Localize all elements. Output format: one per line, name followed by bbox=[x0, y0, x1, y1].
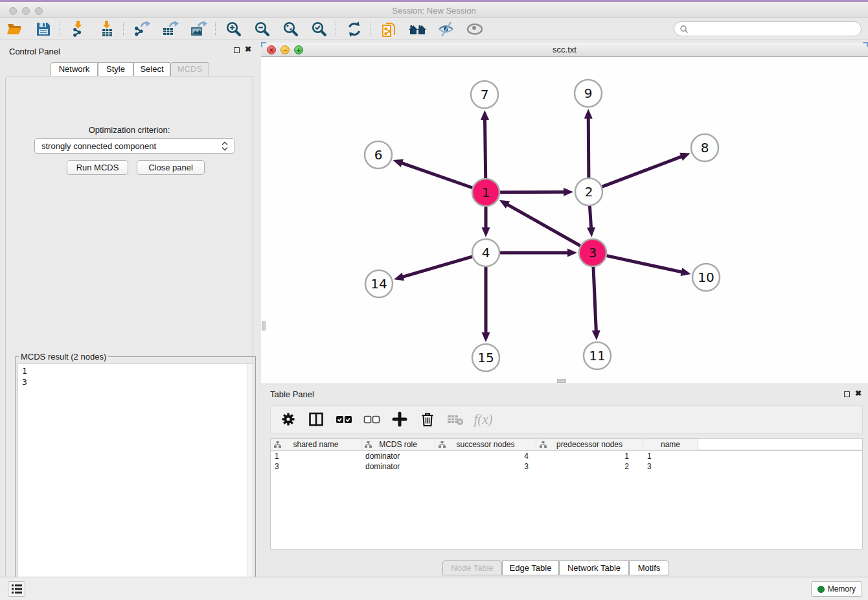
tab-mcds[interactable]: MCDS bbox=[170, 62, 209, 76]
toolbar-separator bbox=[60, 22, 60, 36]
memory-button[interactable]: Memory bbox=[811, 581, 862, 597]
table-cell: 3 bbox=[435, 461, 536, 472]
graph-node-label: 10 bbox=[698, 270, 714, 285]
list-icon bbox=[11, 584, 23, 594]
add-column-icon[interactable] bbox=[391, 411, 408, 428]
settings-icon[interactable] bbox=[280, 411, 297, 428]
column-header-name[interactable]: name bbox=[643, 439, 698, 450]
copy-network-icon[interactable] bbox=[380, 21, 399, 38]
graph-edge-4-3[interactable] bbox=[500, 249, 577, 257]
delete-column-icon[interactable] bbox=[419, 411, 436, 428]
column-header-MCDS-role[interactable]: MCDS role bbox=[361, 439, 435, 450]
show-all-networks-icon[interactable] bbox=[408, 21, 428, 38]
graph-edge-3-11[interactable] bbox=[592, 267, 600, 340]
graph-node-label: 4 bbox=[482, 245, 490, 260]
open-session-icon[interactable] bbox=[5, 21, 25, 38]
graph-node-6[interactable]: 6 bbox=[365, 141, 392, 168]
graph-node-9[interactable]: 9 bbox=[575, 80, 602, 107]
graph-edge-1-4[interactable] bbox=[482, 207, 490, 237]
run-mcds-button[interactable]: Run MCDS bbox=[67, 160, 128, 175]
canvas-scroll-handle-horizontal[interactable] bbox=[557, 379, 566, 383]
tab-motifs[interactable]: Motifs bbox=[629, 560, 669, 575]
network-graph[interactable]: 7968124314101511 bbox=[261, 57, 868, 384]
graph-node-2[interactable]: 2 bbox=[575, 178, 602, 205]
close-panel-button[interactable]: Close panel bbox=[137, 160, 205, 175]
graph-edge-3-1[interactable] bbox=[499, 200, 580, 246]
import-table-icon[interactable] bbox=[97, 21, 117, 38]
tab-select[interactable]: Select bbox=[133, 62, 170, 76]
graph-node-label: 2 bbox=[585, 184, 593, 200]
tab-network-table[interactable]: Network Table bbox=[559, 560, 629, 575]
graph-node-10[interactable]: 10 bbox=[692, 264, 720, 291]
toolbar-separator bbox=[371, 22, 371, 36]
split-view-icon[interactable] bbox=[308, 411, 325, 428]
graph-node-3[interactable]: 3 bbox=[579, 239, 606, 266]
table-cell: 1 bbox=[643, 451, 698, 461]
zoom-fit-icon[interactable] bbox=[281, 21, 301, 38]
graph-node-15[interactable]: 15 bbox=[472, 344, 499, 371]
delete-table-icon bbox=[447, 411, 464, 428]
table-panel: Table Panel ✖ f(x) shared nameMCDS roles… bbox=[261, 384, 868, 577]
result-scrollbar[interactable] bbox=[247, 364, 253, 599]
graph-node-8[interactable]: 8 bbox=[691, 134, 718, 161]
export-image-icon[interactable] bbox=[189, 21, 209, 38]
import-network-icon[interactable] bbox=[69, 21, 88, 38]
graph-node-4[interactable]: 4 bbox=[472, 239, 499, 266]
control-panel-tabs: Network Style Select MCDS bbox=[51, 62, 210, 76]
graph-edge-4-15[interactable] bbox=[482, 267, 490, 342]
zoom-in-icon[interactable] bbox=[224, 21, 244, 38]
table-row[interactable]: 3dominator323 bbox=[271, 461, 862, 472]
canvas-scroll-handle-vertical[interactable] bbox=[262, 321, 266, 330]
dropdown-stepper-icon bbox=[222, 141, 228, 151]
control-panel-close-icon[interactable]: ✖ bbox=[245, 45, 251, 54]
graph-edge-2-8[interactable] bbox=[602, 153, 691, 187]
mcds-result-legend: MCDS result (2 nodes) bbox=[19, 352, 108, 362]
save-session-icon[interactable] bbox=[34, 21, 53, 38]
zoom-out-icon[interactable] bbox=[253, 21, 272, 38]
graph-edge-2-9[interactable] bbox=[584, 109, 593, 178]
graph-node-label: 9 bbox=[584, 86, 593, 101]
zoom-selected-icon[interactable] bbox=[310, 21, 329, 38]
hide-graphics-icon[interactable] bbox=[437, 21, 456, 38]
refresh-icon[interactable] bbox=[345, 21, 364, 38]
network-canvas[interactable]: 7968124314101511 bbox=[261, 57, 868, 384]
graph-node-7[interactable]: 7 bbox=[471, 81, 498, 108]
column-header-shared-name[interactable]: shared name bbox=[271, 439, 361, 450]
table-panel-float-icon[interactable] bbox=[844, 391, 850, 397]
birdseye-view-icon[interactable] bbox=[465, 21, 485, 38]
table-row[interactable]: 1dominator411 bbox=[271, 451, 862, 461]
graph-node-14[interactable]: 14 bbox=[365, 270, 393, 297]
tab-style[interactable]: Style bbox=[98, 62, 133, 76]
mcds-result-list[interactable]: 1 3 bbox=[17, 363, 253, 599]
graph-edge-1-2[interactable] bbox=[500, 188, 573, 196]
graph-edge-2-3[interactable] bbox=[587, 206, 595, 237]
deselect-all-icon[interactable] bbox=[363, 411, 380, 428]
graph-edge-3-10[interactable] bbox=[606, 256, 691, 276]
tab-network[interactable]: Network bbox=[51, 62, 98, 76]
memory-label: Memory bbox=[828, 584, 856, 594]
column-header-predecessor-nodes[interactable]: predecessor nodes bbox=[536, 439, 643, 450]
network-window: × – + scc.txt 7968124314101511 bbox=[261, 40, 868, 384]
select-all-icon[interactable] bbox=[336, 411, 352, 428]
search-input[interactable] bbox=[689, 25, 861, 34]
control-panel-float-icon[interactable] bbox=[234, 47, 240, 53]
table-toolbar: f(x) bbox=[270, 405, 863, 433]
column-header-successor-nodes[interactable]: successor nodes bbox=[435, 439, 536, 450]
node-table-body: 1dominator4113dominator323 bbox=[271, 451, 862, 472]
export-network-icon[interactable] bbox=[132, 21, 152, 38]
tab-edge-table[interactable]: Edge Table bbox=[502, 560, 559, 575]
table-cell: 1 bbox=[271, 451, 361, 461]
graph-edge-1-6[interactable] bbox=[393, 159, 473, 188]
graph-edge-4-14[interactable] bbox=[394, 257, 472, 281]
tab-node-table[interactable]: Node Table bbox=[442, 560, 502, 575]
search-box[interactable] bbox=[674, 21, 862, 36]
table-cell: 3 bbox=[643, 461, 698, 472]
task-history-button[interactable] bbox=[8, 581, 25, 597]
graph-edge-1-7[interactable] bbox=[481, 110, 489, 178]
graph-node-1[interactable]: 1 bbox=[472, 179, 499, 206]
control-panel: Control Panel ✖ Network Style Select MCD… bbox=[0, 40, 258, 577]
graph-node-11[interactable]: 11 bbox=[584, 342, 611, 369]
export-table-icon[interactable] bbox=[161, 21, 180, 38]
table-panel-close-icon[interactable]: ✖ bbox=[855, 389, 862, 398]
criterion-dropdown[interactable]: strongly connected component bbox=[34, 138, 235, 154]
